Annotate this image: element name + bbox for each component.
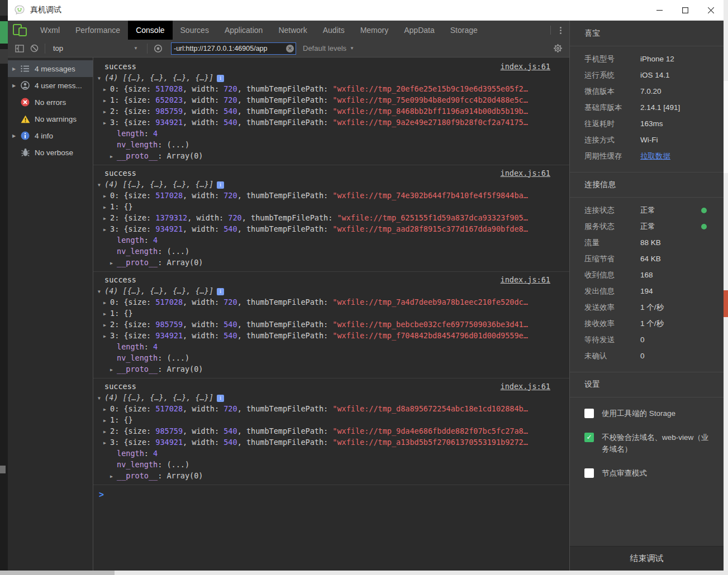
tab-console[interactable]: Console [128,21,172,40]
getter-ellipsis[interactable]: (...) [166,140,189,149]
expand-arrow-icon[interactable]: ▶ [110,151,117,162]
tab-memory[interactable]: Memory [353,21,397,40]
expand-arrow-icon[interactable]: ▶ [12,83,20,88]
console-source-link[interactable]: index.js:61 [501,382,550,391]
context-selector[interactable]: top ▼ [49,44,144,52]
info-row: 服务状态正常 [570,218,724,234]
info-label: 往返耗时 [584,119,640,129]
tab-application[interactable]: Application [217,21,271,40]
expand-arrow-icon[interactable]: ▶ [103,84,110,95]
sidebar-filter-error[interactable]: No errors [8,94,93,111]
tab-network[interactable]: Network [270,21,315,40]
tab-appdata[interactable]: AppData [396,21,442,40]
info-row: 微信版本7.0.20 [570,83,724,99]
array-item-row: ▶3: {size: 934921, width: 540, thumbTemp… [93,437,569,448]
sidebar-filter-list[interactable]: ▶4 messages [8,60,93,77]
console-token: 1: [110,309,123,318]
tab-storage[interactable]: Storage [442,21,486,40]
filter-input[interactable] [172,45,286,52]
fetch-data-link[interactable]: 拉取数据 [640,151,670,161]
expand-arrow-icon[interactable]: ▶ [12,66,20,71]
console-prompt[interactable]: > [93,490,569,500]
console-group: successindex.js:61▼(4) [{…}, {…}, {…}, {… [93,272,569,378]
console-source-link[interactable]: index.js:61 [501,275,550,284]
collapse-toggle-icon[interactable]: ▼ [98,180,104,191]
sidebar-filter-info[interactable]: ▶4 info [8,127,93,144]
tab-wxml[interactable]: Wxml [32,21,68,40]
settings-checkbox[interactable]: ✓ [584,433,594,442]
settings-gear-icon[interactable] [550,42,565,55]
tab-audits[interactable]: Audits [315,21,353,40]
expand-arrow-icon[interactable]: ▶ [103,107,110,118]
background-fragment [0,0,8,16]
tab-sources[interactable]: Sources [173,21,217,40]
expand-arrow-icon[interactable]: ▶ [103,95,110,107]
console-token: , thumbTempFilePath: [237,224,333,233]
devtools-pane: WxmlPerformanceConsoleSourcesApplication… [8,21,569,571]
console-token: {size: [123,224,155,233]
eye-icon[interactable] [151,42,165,55]
getter-ellipsis[interactable]: (...) [166,460,189,469]
console-source-link[interactable]: index.js:61 [501,62,550,71]
console-source-link[interactable]: index.js:61 [501,169,550,178]
expand-arrow-icon[interactable]: ▶ [103,320,110,331]
maximize-button[interactable] [672,0,698,20]
dock-side-icon[interactable] [12,42,27,55]
window-title: 真机调试 [30,5,61,15]
log-levels-dropdown[interactable]: Default levels ▼ [303,44,354,52]
getter-ellipsis[interactable]: (...) [166,247,189,256]
console-token: "wxfile://tmp_f704842bd8454796d01d00d955… [332,331,528,340]
expand-arrow-icon[interactable]: ▶ [103,415,110,427]
close-button[interactable] [698,0,724,20]
expand-arrow-icon[interactable]: ▶ [103,309,110,320]
more-options-icon[interactable] [558,25,564,36]
console-token: 4 [153,129,158,138]
console-token: , thumbTempFilePath: [237,298,333,306]
clear-console-icon[interactable] [27,42,41,55]
expand-arrow-icon[interactable]: ▶ [103,213,110,224]
console-token: 4 [153,449,158,458]
expand-arrow-icon[interactable]: ▶ [103,224,110,236]
array-preview-row: ▼(4) [{…}, {…}, {…}, {…}]i [93,179,569,190]
minimize-button[interactable] [646,0,672,20]
expand-arrow-icon[interactable]: ▶ [12,133,20,138]
console-token: 540 [223,224,237,233]
background-fragment [115,571,728,575]
info-value: 1 个/秒 [640,319,664,329]
expand-arrow-icon[interactable]: ▶ [103,191,110,202]
expand-arrow-icon[interactable]: ▶ [103,202,110,213]
console-token: 540 [223,107,237,116]
collapse-toggle-icon[interactable]: ▼ [98,286,104,298]
expand-arrow-icon[interactable]: ▶ [110,471,117,482]
expand-arrow-icon[interactable]: ▶ [103,438,110,449]
getter-ellipsis[interactable]: (...) [166,353,189,362]
settings-checkbox[interactable] [584,409,594,418]
info-row: 压缩节省64 KB [570,251,724,267]
expand-arrow-icon[interactable]: ▶ [110,365,117,376]
expand-arrow-icon[interactable]: ▶ [103,427,110,438]
collapse-toggle-icon[interactable]: ▼ [98,73,104,84]
array-proto-row: ▶__proto__: Array(0) [93,257,569,268]
expand-arrow-icon[interactable]: ▶ [110,258,117,269]
expand-arrow-icon[interactable]: ▶ [103,298,110,309]
console-token: : [158,471,166,480]
tab-performance[interactable]: Performance [68,21,128,40]
console-token: 4 [153,342,158,351]
expand-arrow-icon[interactable]: ▶ [103,404,110,415]
sidebar-filter-user[interactable]: ▶4 user mess... [8,77,93,94]
console-token: , width: [183,320,223,329]
sidebar-filter-warning[interactable]: No warnings [8,111,93,127]
sidebar-filter-bug[interactable]: No verbose [8,144,93,161]
end-debug-button[interactable]: 结束调试 [570,546,724,571]
expand-arrow-icon[interactable]: ▶ [103,118,110,129]
clear-filter-icon[interactable]: ✕ [286,45,294,52]
console-token: : [158,365,166,373]
settings-checkbox[interactable] [584,468,594,478]
expand-arrow-icon[interactable]: ▶ [103,331,110,342]
info-label: 压缩节省 [584,254,640,264]
collapse-toggle-icon[interactable]: ▼ [98,393,104,404]
background-right-strip [724,0,728,575]
console-token: , thumbTempFilePath: [242,213,337,222]
array-preview-row: ▼(4) [{…}, {…}, {…}, {…}]i [93,392,569,403]
info-label: 未确认 [584,351,640,361]
